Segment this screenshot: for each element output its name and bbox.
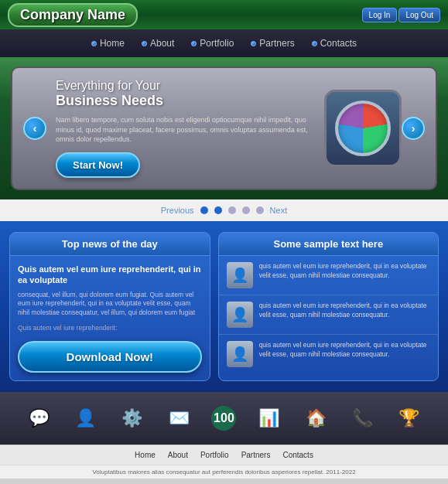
bottom-nav: Home About Portfolio Partners Contacts	[0, 445, 448, 465]
news-item-1: 👤 quis autem vel eum iure reprehenderit,…	[219, 256, 438, 295]
avatar-3: 👤	[227, 341, 253, 367]
news-body: consequat, vel illum, qui dolorem eum fu…	[18, 291, 202, 319]
news-item-2: 👤 quis autem vel eum iure reprehenderit,…	[219, 295, 438, 335]
copyright: Voluptatibus maiores alias consequatur a…	[0, 465, 448, 479]
login-button[interactable]: Log In	[362, 8, 398, 22]
badge-icon: 100	[211, 406, 236, 431]
nav-item-contacts[interactable]: Contacts	[306, 35, 363, 52]
hero-subtitle: Everything for Your	[56, 79, 315, 93]
news-item-3: 👤 quis autem vel eum iure reprehenderit,…	[219, 335, 438, 373]
news-footer: Quis autem vel iure reprehenderit:	[18, 324, 202, 332]
right-card: Some sample text here 👤 quis autem vel e…	[218, 232, 439, 381]
icon-bar: 💬 👤 ⚙️ ✉️ 100 📊 🏠 📞 🏆	[0, 392, 448, 445]
prev-arrow[interactable]: ‹	[23, 117, 46, 140]
left-card-header: Top news of the day	[10, 233, 210, 256]
pag-dot-2[interactable]	[214, 206, 222, 214]
avatar-2: 👤	[227, 302, 253, 328]
left-card: Top news of the day Quis autem vel eum i…	[9, 232, 210, 381]
pag-dot-1[interactable]	[200, 206, 208, 214]
phone-icon: 📞	[348, 404, 376, 432]
nav-item-home[interactable]: Home	[85, 35, 131, 52]
home-icon-item[interactable]: 🏠	[302, 404, 330, 432]
person-icon: 👤	[71, 404, 99, 432]
next-arrow[interactable]: ›	[402, 117, 425, 140]
home-icon: 🏠	[302, 404, 330, 432]
bottom-nav-contacts[interactable]: Contacts	[282, 451, 313, 459]
bottom-nav-home[interactable]: Home	[135, 451, 156, 459]
nav-dot-partners	[251, 41, 256, 46]
speech-bubble-icon: 💬	[25, 404, 53, 432]
header: Company Name Log In Log Out	[0, 0, 448, 29]
pag-dot-3[interactable]	[228, 206, 236, 214]
pag-dot-4[interactable]	[242, 206, 250, 214]
hero-content: Everything for Your Business Needs Nam l…	[46, 79, 324, 178]
badge-icon-item[interactable]: 100	[211, 406, 236, 431]
person-icon-item[interactable]: 👤	[71, 404, 99, 432]
hero-chart	[324, 90, 402, 167]
speech-bubble-icon-item[interactable]: 💬	[25, 404, 53, 432]
left-card-body: Quis autem vel eum iure reprehenderit, q…	[10, 256, 210, 380]
news-title: Quis autem vel eum iure reprehenderit, q…	[18, 264, 202, 286]
phone-icon-item[interactable]: 📞	[348, 404, 376, 432]
pag-dot-5[interactable]	[256, 206, 264, 214]
hero-inner: ‹ Everything for Your Business Needs Nam…	[11, 66, 437, 190]
gear-icon: ⚙️	[118, 404, 146, 432]
nav-dot-contacts	[312, 41, 317, 46]
right-card-header: Some sample text here	[219, 233, 438, 256]
mail-icon-item[interactable]: ✉️	[165, 404, 193, 432]
nav-item-partners[interactable]: Partners	[245, 35, 300, 52]
auth-buttons: Log In Log Out	[362, 8, 440, 22]
logo: Company Name	[8, 3, 138, 27]
chart-icon: 📊	[255, 404, 283, 432]
pie-chart	[335, 101, 391, 156]
hero-body: Nam libero tempore, cum soluta nobis est…	[56, 115, 315, 145]
nav-dot-about	[142, 41, 147, 46]
chart-icon-item[interactable]: 📊	[255, 404, 283, 432]
hero-section: ‹ Everything for Your Business Needs Nam…	[0, 57, 448, 199]
nav-dot-portfolio	[191, 41, 197, 46]
mail-icon: ✉️	[165, 404, 193, 432]
gear-icon-item[interactable]: ⚙️	[118, 404, 146, 432]
bottom-nav-about[interactable]: About	[168, 451, 188, 459]
prev-label[interactable]: Previous	[161, 206, 194, 215]
logout-button[interactable]: Log Out	[398, 8, 440, 22]
news-item-text-2: quis autem vel eum iure reprehenderit, q…	[259, 302, 430, 320]
trophy-icon-item[interactable]: 🏆	[395, 404, 423, 432]
nav-bar: Home About Portfolio Partners Contacts	[0, 29, 448, 57]
next-label[interactable]: Next	[270, 206, 288, 215]
bottom-nav-partners[interactable]: Partners	[241, 451, 271, 459]
news-item-text-1: quis autem vel eum iure reprehenderit, q…	[259, 262, 430, 281]
download-button[interactable]: Download Now!	[18, 341, 202, 373]
content-section: Top news of the day Quis autem vel eum i…	[0, 221, 448, 392]
nav-dot-home	[91, 41, 97, 46]
pagination: Previous Next	[0, 199, 448, 221]
news-item-text-3: quis autem vel eum iure reprehenderit, q…	[259, 341, 430, 360]
avatar-1: 👤	[227, 262, 253, 288]
start-button[interactable]: Start Now!	[56, 152, 140, 178]
nav-item-portfolio[interactable]: Portfolio	[185, 35, 240, 52]
hero-title: Business Needs	[56, 93, 315, 109]
bottom-nav-portfolio[interactable]: Portfolio	[200, 451, 229, 459]
trophy-icon: 🏆	[395, 404, 423, 432]
nav-item-about[interactable]: About	[135, 35, 180, 52]
